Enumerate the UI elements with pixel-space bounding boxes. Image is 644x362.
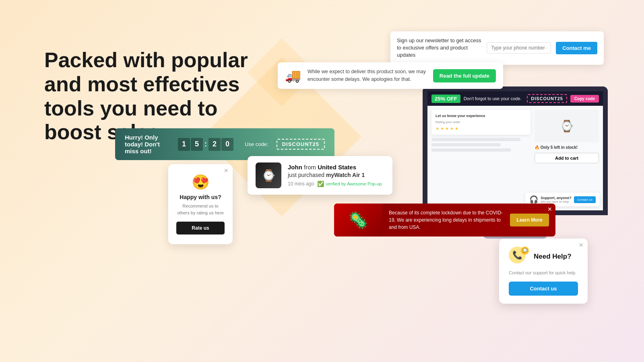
covid-text-section: Because of its complete lockdown due to … <box>382 204 555 237</box>
purchase-user-name: John <box>288 164 302 171</box>
newsletter-text: Sign up our newsletter to get access to … <box>397 37 482 59</box>
star-5: ★ <box>455 126 458 131</box>
placeholder-line-3 <box>431 148 511 152</box>
newsletter-input[interactable] <box>487 42 551 53</box>
product-image-placeholder: ⌚ <box>535 110 599 142</box>
star-3: ★ <box>445 126 449 131</box>
discount-code-box: DISCOUNT25 <box>527 94 567 103</box>
use-code-label: Use code: <box>245 141 268 147</box>
check-icon: ✅ <box>317 181 324 187</box>
contact-us-button[interactable]: Contact us <box>509 282 578 296</box>
purchase-product-line: just purchased myWatch Air 1 <box>288 172 384 178</box>
star-4: ★ <box>450 126 454 131</box>
stock-notice: 🔥 Only 5 left in stock! <box>535 145 599 150</box>
delivery-text: While we expect to deliver this product … <box>308 68 427 83</box>
monitor-screen: 25% OFF Don't forgot to use your code. D… <box>423 86 608 215</box>
happy-title: Happy with us? <box>176 194 225 200</box>
read-update-button[interactable]: Read the full update <box>433 69 496 82</box>
phone-icon-wrap: 📞 💬 <box>509 247 529 267</box>
headset-icon: 🎧 <box>529 195 538 204</box>
star-rating: ★ ★ ★ ★ ★ <box>436 126 526 131</box>
digit-2: 5 <box>191 138 203 151</box>
covid-notice-bar: 🦠 Because of its complete lockdown due t… <box>334 204 555 237</box>
countdown-bar: Hurry! Only today! Don't miss out! 1 5 :… <box>115 128 334 160</box>
truck-icon: 🚚 <box>285 68 301 83</box>
covid-image: 🦠 <box>334 204 382 237</box>
verified-text: verified by Awesome Pop-up <box>326 181 382 186</box>
review-sub: Rating your order <box>436 120 526 124</box>
purchase-info: John from United States just purchased m… <box>288 164 384 187</box>
newsletter-bar: Sign up our newsletter to get access to … <box>390 31 604 65</box>
help-title: Need Help? <box>534 253 572 261</box>
monitor-right-panel: ⌚ 🔥 Only 5 left in stock! Add to cart <box>535 110 599 163</box>
review-title: Let us know your experience <box>436 114 526 118</box>
colon-1: : <box>204 140 208 148</box>
covid-close-button[interactable]: ✕ <box>547 206 552 212</box>
placeholder-lines <box>431 138 530 152</box>
purchase-popup: ⌚ John from United States just purchased… <box>248 156 392 195</box>
star-2: ★ <box>440 126 444 131</box>
digit-3: 2 <box>208 138 221 151</box>
purchase-time: 10 mins ago <box>288 181 314 187</box>
discount-text: Don't forgot to use your code. <box>464 96 524 101</box>
support-contact-button[interactable]: Contact us <box>574 196 596 203</box>
monitor-left-panel: Let us know your experience Rating your … <box>431 110 530 163</box>
happy-emoji: 😍 <box>176 174 225 191</box>
help-card-header: 📞 💬 Need Help? <box>509 247 578 267</box>
purchase-action: just purchased <box>288 172 324 178</box>
monitor-inner: 25% OFF Don't forgot to use your code. D… <box>427 91 603 210</box>
learn-more-button[interactable]: Learn More <box>510 214 549 226</box>
star-1: ★ <box>436 126 439 131</box>
monitor-content: Let us know your experience Rating your … <box>427 106 603 167</box>
discount-badge: 25% OFF <box>431 95 460 103</box>
happy-card-close[interactable]: ✕ <box>224 167 229 174</box>
newsletter-contact-button[interactable]: Contact me <box>556 42 597 54</box>
placeholder-line-2 <box>431 143 501 146</box>
support-sub: We are here to help <box>541 200 572 204</box>
monitor-topbar: 25% OFF Don't forgot to use your code. D… <box>427 91 603 106</box>
purchase-time-row: 10 mins ago ✅ verified by Awesome Pop-up <box>288 181 384 187</box>
support-label: Support, anyone? <box>541 196 572 200</box>
purchase-country: United States <box>318 164 356 171</box>
add-to-cart-button[interactable]: Add to cart <box>535 153 599 163</box>
purchase-name-line: John from United States <box>288 164 384 171</box>
purchase-product-name: myWatch Air 1 <box>326 172 365 178</box>
rate-us-button[interactable]: Rate us <box>176 222 225 234</box>
help-card-close[interactable]: ✕ <box>579 242 584 248</box>
review-box: Let us know your experience Rating your … <box>431 110 530 135</box>
countdown-discount-code: DISCOUNT25 <box>277 139 325 150</box>
happy-description: Recommend us to others by rating us here <box>176 203 225 216</box>
hurry-text: Hurry! Only today! Don't miss out! <box>125 134 170 154</box>
countdown-digits: 1 5 : 2 0 <box>178 138 233 151</box>
happy-card: ✕ 😍 Happy with us? Recommend us to other… <box>168 164 233 244</box>
digit-4: 0 <box>221 138 233 151</box>
copy-code-button[interactable]: Copy code <box>570 95 599 103</box>
placeholder-line-1 <box>431 138 520 141</box>
watch-product-image: ⌚ <box>256 162 281 188</box>
digit-1: 1 <box>178 138 190 151</box>
chat-bubble-icon: 💬 <box>521 247 529 255</box>
help-description: Contact our support for quick help. <box>509 270 578 276</box>
covid-text: Because of its complete lockdown due to … <box>389 209 504 231</box>
delivery-notice: 🚚 While we expect to deliver this produc… <box>278 62 503 89</box>
help-card: ✕ 📞 💬 Need Help? Contact our support for… <box>499 239 588 304</box>
verified-badge: ✅ verified by Awesome Pop-up <box>317 181 382 187</box>
covid-bar-wrapper: 🦠 Because of its complete lockdown due t… <box>167 267 388 300</box>
